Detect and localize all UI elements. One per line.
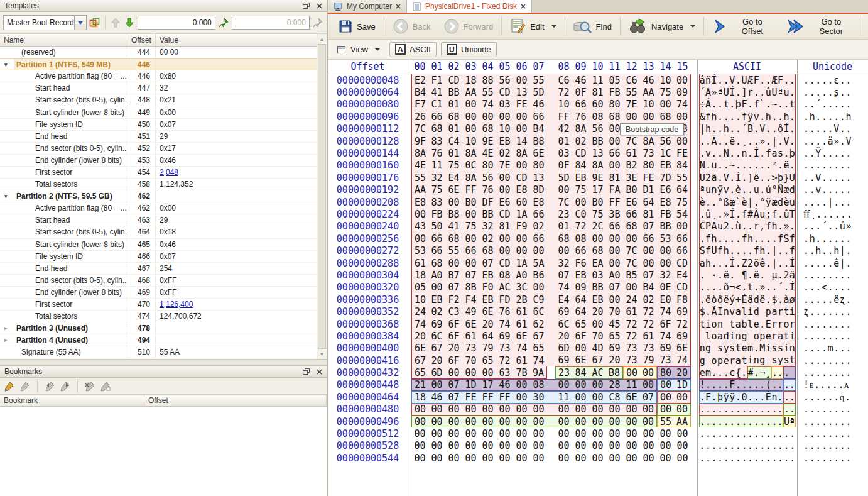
hex-byte-cell[interactable]: 01 xyxy=(445,99,462,111)
ascii-char-cell[interactable]: . xyxy=(753,233,759,245)
hex-byte-cell[interactable]: 6E xyxy=(462,318,479,330)
hex-byte-cell[interactable]: 66 xyxy=(572,99,589,111)
ascii-char-cell[interactable]: h xyxy=(759,245,766,256)
ascii-char-cell[interactable]: . xyxy=(783,391,789,403)
ascii-char-cell[interactable]: ÿ xyxy=(747,111,754,123)
ascii-char-cell[interactable]: . xyxy=(783,427,789,439)
ascii-char-cell[interactable]: . xyxy=(778,257,784,269)
hex-byte-cell[interactable]: 00 xyxy=(445,452,462,464)
hex-byte-cell[interactable]: 00 xyxy=(572,452,589,464)
hex-byte-cell[interactable]: 00 xyxy=(555,427,572,439)
ascii-char-cell[interactable]: s xyxy=(778,343,784,355)
ascii-char-cell[interactable]: < xyxy=(735,282,742,294)
hex-byte-cell[interactable]: 64 xyxy=(572,306,589,317)
ascii-char-cell[interactable]: . xyxy=(766,245,772,256)
ascii-char-cell[interactable]: µ xyxy=(771,269,778,281)
ascii-char-cell[interactable]: f xyxy=(741,208,747,220)
hex-byte-cell[interactable]: 7E xyxy=(623,99,640,111)
ascii-char-cell[interactable]: . xyxy=(766,172,772,184)
ascii-char-cell[interactable]: . xyxy=(789,404,796,416)
ascii-char-cell[interactable]: . xyxy=(766,135,772,147)
unicode-text[interactable]: .....V.. xyxy=(797,123,868,135)
hex-byte-cell[interactable]: 00 xyxy=(572,196,589,208)
hex-byte-cell[interactable]: 1C xyxy=(657,147,674,159)
ascii-char-cell[interactable]: . xyxy=(741,172,747,184)
hex-byte-cell[interactable]: 72 xyxy=(640,318,657,330)
ascii-char-cell[interactable]: r xyxy=(778,318,784,330)
hex-byte-cell[interactable]: 00 xyxy=(640,257,657,269)
hex-byte-cell[interactable]: E4 xyxy=(674,269,691,281)
hex-byte-cell[interactable]: 83 xyxy=(428,135,445,147)
hex-byte-cell[interactable]: CD xyxy=(572,147,589,159)
hex-byte-cell[interactable]: 00 xyxy=(479,427,496,439)
hex-byte-cell[interactable]: 00 xyxy=(462,208,479,220)
hex-byte-cell[interactable]: 84 xyxy=(572,160,589,172)
ascii-char-cell[interactable]: S xyxy=(783,233,789,245)
ascii-char-cell[interactable]: » xyxy=(711,86,717,98)
hex-byte-cell[interactable]: 20 xyxy=(479,318,496,330)
ascii-char-cell[interactable]: e xyxy=(753,318,759,330)
ascii-char-cell[interactable]: ê xyxy=(759,257,766,269)
ascii-char-cell[interactable]: . xyxy=(783,404,789,416)
ascii-char-cell[interactable]: . xyxy=(699,208,705,220)
ascii-char-cell[interactable]: C xyxy=(699,221,705,233)
ascii-char-cell[interactable]: . xyxy=(778,111,784,123)
ascii-char-cell[interactable]: p xyxy=(759,330,766,342)
hex-byte-cell[interactable]: 8A xyxy=(589,160,606,172)
ascii-char-cell[interactable]: . xyxy=(699,282,705,294)
hex-byte-cell[interactable]: 3B xyxy=(606,208,623,220)
hex-byte-cell[interactable]: 00 xyxy=(555,379,572,391)
ascii-char-cell[interactable]: a xyxy=(735,318,742,330)
ascii-char-cell[interactable]: . xyxy=(717,282,724,294)
hex-byte-cell[interactable]: E6 xyxy=(623,196,640,208)
hex-byte-cell[interactable]: 7C xyxy=(623,245,640,256)
hex-byte-cell[interactable]: 00 xyxy=(674,391,691,403)
hex-byte-cell[interactable]: 1A xyxy=(513,208,530,220)
hex-byte-cell[interactable]: 00 xyxy=(589,416,606,427)
ascii-char-cell[interactable]: . xyxy=(723,160,729,172)
ascii-char-cell[interactable]: . xyxy=(759,318,766,330)
ascii-char-cell[interactable]: . xyxy=(778,440,784,452)
hex-byte-cell[interactable]: 68 xyxy=(428,257,445,269)
hex-byte-cell[interactable]: 46 xyxy=(496,379,513,391)
ascii-char-cell[interactable]: . xyxy=(747,135,754,147)
ascii-char-cell[interactable]: i xyxy=(789,330,796,342)
hex-byte-cell[interactable]: 09 xyxy=(572,282,589,294)
horizontal-splitter[interactable] xyxy=(0,360,327,366)
hex-byte-cell[interactable]: 2B xyxy=(513,294,530,306)
hex-byte-cell[interactable]: 00 xyxy=(572,427,589,439)
ascii-char-cell[interactable]: t xyxy=(789,355,796,366)
hex-byte-cell[interactable]: 32 xyxy=(428,172,445,184)
ascii-char-cell[interactable]: Í xyxy=(789,282,796,294)
hex-byte-cell[interactable]: 18 xyxy=(462,74,479,86)
hex-byte-cell[interactable]: BB xyxy=(657,221,674,233)
hex-byte-cell[interactable]: 6C xyxy=(555,318,572,330)
hex-byte-cell[interactable]: 6D xyxy=(555,343,572,355)
ascii-char-cell[interactable]: . xyxy=(729,245,735,256)
hex-byte-cell[interactable]: 7C xyxy=(411,123,428,135)
hex-byte-cell[interactable]: 66 xyxy=(623,208,640,220)
hex-byte-cell[interactable]: 00 xyxy=(462,416,479,427)
hex-byte-cell[interactable]: EA xyxy=(589,257,606,269)
ascii-char-cell[interactable]: . xyxy=(759,86,766,98)
ascii-char-cell[interactable]: U xyxy=(699,172,705,184)
hex-byte-cell[interactable]: 75 xyxy=(657,86,674,98)
hex-byte-cell[interactable]: 00 xyxy=(623,366,640,378)
ascii-char-cell[interactable]: . xyxy=(735,74,742,86)
template-row[interactable]: First sector4701,126,400 xyxy=(0,299,317,311)
ascii-char-cell[interactable]: . xyxy=(705,135,712,147)
ascii-char-cell[interactable]: . xyxy=(747,427,754,439)
hex-byte-cell[interactable]: AA xyxy=(462,86,479,98)
hex-byte-cell[interactable]: E6 xyxy=(496,196,513,208)
hex-byte-cell[interactable]: 4D xyxy=(589,343,606,355)
hex-byte-cell[interactable]: 6E xyxy=(572,355,589,366)
hex-byte-cell[interactable]: 83 xyxy=(428,196,445,208)
hex-byte-cell[interactable]: 54 xyxy=(674,208,691,220)
hex-byte-cell[interactable]: 00 xyxy=(589,427,606,439)
ascii-char-cell[interactable]: . xyxy=(778,245,784,256)
ascii-char-cell[interactable]: f xyxy=(766,221,772,233)
hex-byte-cell[interactable]: 32 xyxy=(479,221,496,233)
ascii-char-cell[interactable]: . xyxy=(729,221,735,233)
hex-byte-cell[interactable]: 09 xyxy=(674,86,691,98)
hex-byte-cell[interactable]: 00 xyxy=(513,160,530,172)
